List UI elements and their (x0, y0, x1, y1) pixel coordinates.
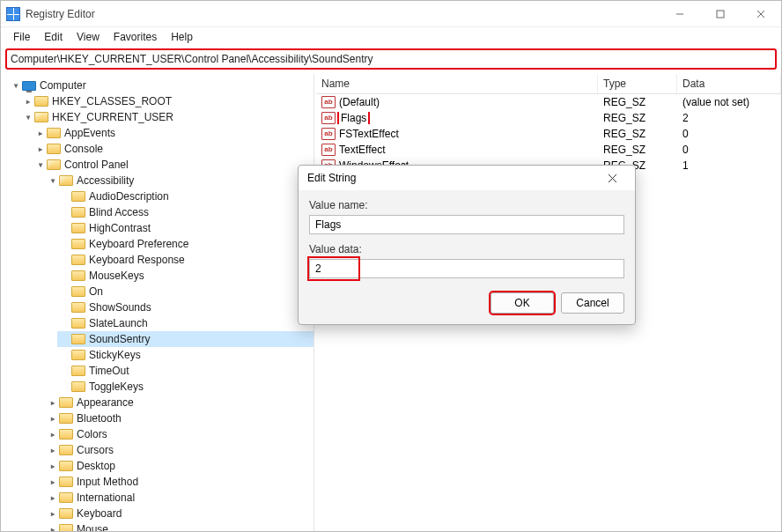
tree-label: Bluetooth (77, 412, 122, 425)
tree-label: Accessibility (77, 174, 134, 187)
chevron-right-icon[interactable]: ▸ (34, 143, 47, 155)
tree-node[interactable]: ▸MouseKeys (57, 268, 314, 284)
addressbar[interactable]: Computer\HKEY_CURRENT_USER\Control Panel… (6, 49, 776, 69)
dialog-titlebar[interactable]: Edit String (299, 166, 635, 190)
tree-node[interactable]: ▸Desktop (45, 458, 314, 474)
tree-node[interactable]: ▸International (45, 490, 314, 506)
tree-label: AppEvents (64, 127, 115, 139)
tree-node[interactable]: ▸HighContrast (57, 220, 314, 236)
value-type: REG_SZ (598, 112, 677, 124)
value-name: Flags (339, 112, 368, 124)
maximize-button[interactable] (700, 1, 741, 27)
tree-node[interactable]: ▸Blind Access (57, 204, 314, 220)
folder-icon (59, 175, 73, 186)
value-data: 0 (677, 128, 781, 140)
tree-node[interactable]: ▸SlateLaunch (57, 315, 314, 331)
tree-label: Computer (40, 79, 86, 92)
value-data: 1 (677, 159, 781, 172)
tree-node[interactable]: ▸AudioDescription (57, 188, 314, 204)
tree-node-computer[interactable]: ▾ Computer (8, 78, 314, 93)
tree-node[interactable]: ▸SoundSentry (57, 331, 314, 347)
minimize-button[interactable] (660, 1, 700, 27)
tree-node[interactable]: ▸On (57, 284, 314, 299)
tree-node[interactable]: ▸TimeOut (57, 363, 314, 379)
close-button[interactable] (741, 1, 781, 27)
value-name: (Default) (339, 96, 380, 108)
tree-node[interactable]: ▸Input Method (45, 474, 314, 490)
chevron-down-icon[interactable]: ▾ (34, 159, 47, 171)
string-value-icon: ab (321, 128, 336, 140)
chevron-down-icon[interactable]: ▾ (22, 111, 34, 123)
tree-node-hkcr[interactable]: ▸ HKEY_CLASSES_ROOT (20, 93, 314, 109)
registry-tree[interactable]: ▾ Computer ▸ HKEY_CLASSES_ROOT ▾ (1, 74, 314, 532)
chevron-right-icon[interactable]: ▸ (47, 428, 59, 440)
tree-node[interactable]: ▸ShowSounds (57, 299, 314, 315)
tree-node[interactable]: ▸Keyboard (45, 506, 314, 521)
tree-label: Colors (77, 428, 107, 440)
tree-node-hkcu[interactable]: ▾ HKEY_CURRENT_USER (20, 109, 314, 125)
tree-label: Appearance (77, 396, 134, 409)
tree-node[interactable]: ▸Colors (45, 426, 314, 442)
value-type: REG_SZ (598, 96, 677, 108)
tree-node[interactable]: ▸StickyKeys (57, 347, 314, 363)
folder-icon (59, 429, 73, 440)
column-header-name[interactable]: Name (316, 74, 598, 93)
tree-node-controlpanel[interactable]: ▾ Control Panel (33, 157, 314, 173)
string-value-icon: ab (321, 96, 336, 108)
chevron-right-icon[interactable]: ▸ (47, 476, 59, 488)
list-row[interactable]: abFSTextEffectREG_SZ0 (316, 126, 781, 142)
column-header-type[interactable]: Type (598, 74, 677, 93)
chevron-right-icon[interactable]: ▸ (47, 396, 59, 409)
menu-help[interactable]: Help (164, 29, 200, 45)
chevron-down-icon[interactable]: ▾ (10, 79, 22, 92)
tree-label: HKEY_CURRENT_USER (52, 111, 173, 123)
chevron-right-icon[interactable]: ▸ (47, 412, 59, 425)
value-name: TextEffect (339, 144, 385, 156)
window-title: Registry Editor (26, 8, 95, 20)
chevron-right-icon[interactable]: ▸ (47, 523, 59, 532)
edit-string-dialog: Edit String Value name: Flags Value data… (298, 165, 636, 325)
addressbar-container: Computer\HKEY_CURRENT_USER\Control Panel… (1, 47, 781, 74)
tree-label: Keyboard Preference (89, 238, 188, 250)
dialog-close-button[interactable] (594, 166, 630, 190)
menu-view[interactable]: View (70, 29, 107, 45)
cancel-button[interactable]: Cancel (561, 292, 624, 314)
folder-icon (71, 334, 85, 344)
chevron-right-icon[interactable]: ▸ (22, 95, 34, 107)
folder-icon (71, 286, 85, 297)
chevron-right-icon[interactable]: ▸ (34, 127, 47, 139)
tree-node-accessibility[interactable]: ▾ Accessibility (45, 173, 314, 188)
menu-favorites[interactable]: Favorites (107, 29, 164, 45)
ok-button[interactable]: OK (491, 292, 554, 314)
menu-edit[interactable]: Edit (37, 29, 70, 45)
tree-node[interactable]: ▸Keyboard Preference (57, 236, 314, 252)
string-value-icon: ab (321, 144, 336, 156)
list-row[interactable]: ab(Default)REG_SZ(value not set) (316, 94, 781, 110)
folder-icon (59, 508, 73, 519)
tree-node[interactable]: ▸ Console (33, 141, 314, 157)
tree-label: Console (64, 143, 103, 155)
chevron-right-icon[interactable]: ▸ (47, 460, 59, 472)
tree-node[interactable]: ▸Mouse (45, 521, 314, 532)
value-data: 2 (677, 112, 781, 124)
tree-node[interactable]: ▸Appearance (45, 395, 314, 410)
folder-icon (71, 350, 85, 360)
chevron-right-icon[interactable]: ▸ (47, 444, 59, 456)
folder-icon (59, 445, 73, 455)
list-row[interactable]: abFlagsREG_SZ2 (316, 110, 781, 126)
list-row[interactable]: abTextEffectREG_SZ0 (316, 142, 781, 158)
chevron-down-icon[interactable]: ▾ (47, 174, 59, 187)
tree-label: Keyboard (77, 507, 122, 520)
chevron-right-icon[interactable]: ▸ (47, 507, 59, 520)
value-data: 0 (677, 144, 781, 156)
tree-label: Input Method (77, 476, 138, 488)
menu-file[interactable]: File (6, 29, 37, 45)
tree-node[interactable]: ▸Keyboard Response (57, 252, 314, 268)
tree-node[interactable]: ▸ AppEvents (33, 125, 314, 141)
tree-node[interactable]: ▸Bluetooth (45, 410, 314, 426)
chevron-right-icon[interactable]: ▸ (47, 491, 59, 504)
tree-node[interactable]: ▸Cursors (45, 442, 314, 458)
column-header-data[interactable]: Data (677, 74, 781, 93)
tree-node[interactable]: ▸ToggleKeys (57, 379, 314, 395)
folder-icon (47, 159, 61, 170)
